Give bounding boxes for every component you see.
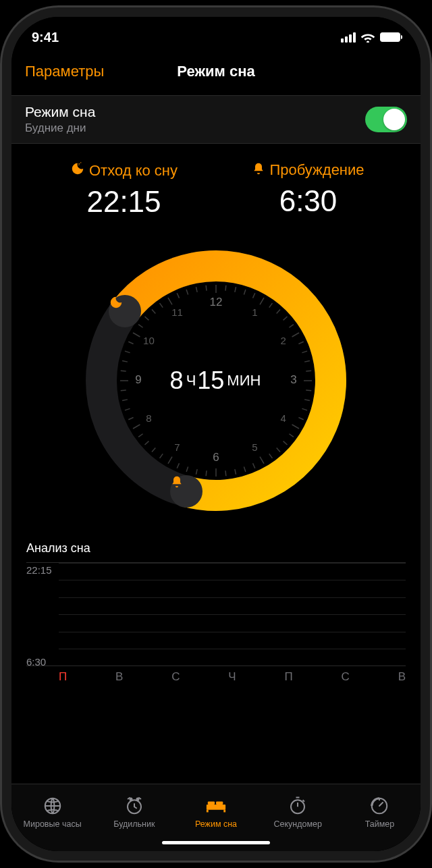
bedtime-value: 22:15 [32,185,216,219]
cellular-icon [341,32,356,43]
svg-rect-79 [207,805,225,810]
analysis-title: Анализ сна [26,541,406,555]
timer-icon [369,795,390,817]
svg-point-77 [130,798,132,800]
wake-value: 6:30 [216,184,400,218]
svg-rect-83 [216,801,223,805]
analysis-start-time: 22:15 [26,564,52,576]
bedtime-label: zz Отход ко сну [32,161,216,180]
wake-handle[interactable] [170,475,202,508]
svg-rect-81 [223,809,225,812]
page-title: Режим сна [177,63,254,80]
tab-world[interactable]: Мировые часы [11,784,93,839]
world-icon [42,795,63,817]
svg-rect-82 [208,801,215,805]
moon-icon: zz [70,161,85,180]
svg-text:z: z [80,161,82,164]
sleep-dial[interactable]: 121234567891011 8Ч 15МИН [74,239,358,522]
tab-timer[interactable]: Таймер [339,784,421,839]
status-time: 9:41 [32,30,59,45]
analysis-end-time: 6:30 [26,656,46,668]
sleep-mode-title: Режим сна [25,104,95,120]
sleep-mode-toggle[interactable] [365,107,407,132]
tab-bedtime[interactable]: Режим сна [175,784,256,839]
wake-label: Пробуждение [216,161,400,179]
sleep-mode-row: Режим сна Будние дни [11,95,421,144]
nav-bar: Параметры Режим сна [11,52,421,91]
svg-rect-80 [207,809,209,812]
home-indicator[interactable] [162,841,270,844]
battery-icon [380,32,400,42]
bell-icon [252,162,265,179]
bedtime-handle[interactable] [109,295,141,327]
tab-alarm[interactable]: Будильник [93,784,175,839]
duration-label: 8Ч 15МИН [74,239,358,522]
stopwatch-icon [287,795,308,817]
sleep-analysis: Анализ сна 22:15 6:30 ПВСЧПСВ [11,529,421,684]
bedtime-icon [205,795,227,817]
wifi-icon [360,32,375,43]
alarm-icon [124,795,145,817]
back-button[interactable]: Параметры [25,63,104,80]
analysis-days: ПВСЧПСВ [59,670,406,684]
tab-stopwatch[interactable]: Секундомер [257,784,339,839]
sleep-mode-subtitle: Будние дни [25,121,95,135]
svg-point-78 [136,798,138,800]
